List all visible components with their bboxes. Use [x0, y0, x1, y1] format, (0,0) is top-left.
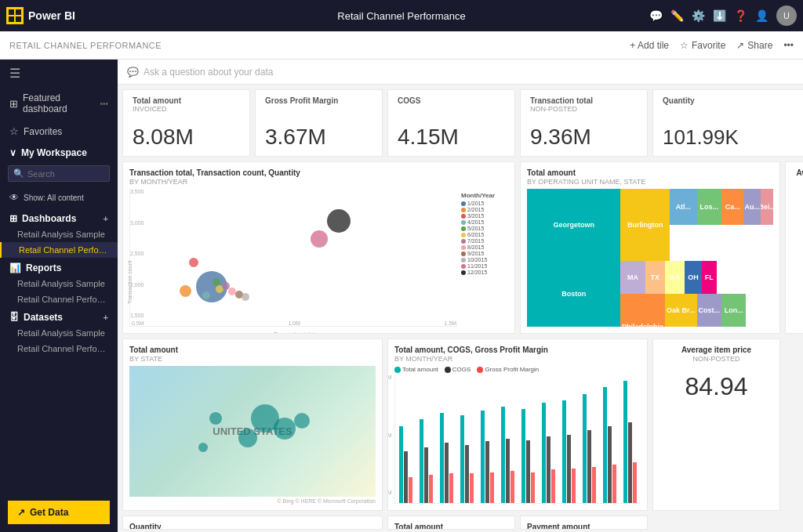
bubble-legend-item: 4/2015 [461, 219, 508, 225]
dashboard-grid: Total amount INVOICED 8.08M Gross Profit… [118, 85, 803, 532]
sidebar-reports-label[interactable]: 📊 Reports [0, 258, 118, 276]
treemap-card[interactable]: Total amount BY OPERATING UNIT NAME, STA… [520, 161, 780, 334]
sidebar-show-all[interactable]: 👁 Show: All content [0, 186, 118, 208]
category-donut-card[interactable]: Total amount BY CATEGORY LEVEL 1 Categor… [387, 516, 515, 530]
kpi-quantity[interactable]: Quantity 101.99K [652, 89, 803, 157]
help-icon[interactable]: ❓ [734, 9, 747, 22]
map-dot-3 [274, 418, 296, 440]
get-data-button[interactable]: ↗ Get Data [8, 501, 110, 524]
bar-segment [521, 409, 525, 503]
map-card[interactable]: Total amount BY STATE UNITED STATES © Bi… [122, 338, 383, 511]
map-dot-6 [198, 443, 208, 452]
sidebar-dashboards-label[interactable]: ⊞ Dashboards + [0, 208, 118, 226]
add-dataset-icon[interactable]: + [104, 313, 108, 322]
featured-more-icon[interactable]: ••• [100, 100, 108, 108]
sidebar-datasets-label[interactable]: 🗄 Datasets + [0, 307, 118, 325]
monthly-bar-card[interactable]: Total amount, COGS, Gross Profit Margin … [387, 338, 648, 511]
kpi-cogs[interactable]: COGS 4.15M [387, 89, 515, 157]
sidebar-item-retail-analysis[interactable]: Retail Analysis Sample [0, 226, 118, 242]
qa-placeholder[interactable]: Ask a question about your data [144, 67, 273, 78]
legend-dot [461, 208, 466, 212]
bar-segment [583, 394, 587, 503]
treemap-cell: Lon... [721, 294, 746, 327]
sidebar-dataset-retail-analysis[interactable]: Retail Analysis Sample [0, 325, 118, 341]
treemap-cell: GA [665, 261, 685, 294]
legend-dot [461, 258, 466, 262]
user-icon[interactable]: 👤 [755, 9, 768, 22]
x-axis-title: Transaction total [274, 331, 314, 334]
bar-segment [424, 447, 428, 503]
topbar: Power BI Retail Channel Performance 💬 ✏️… [0, 0, 803, 31]
treemap-cell: Au... [743, 189, 761, 225]
x-axis-labels: 0.5M 1.0M 1.5M [130, 320, 458, 326]
avg-transaction-card[interactable]: Average of Transaction total NON-POSTED … [785, 161, 803, 334]
kpi-gross-profit[interactable]: Gross Profit Margin 3.67M [255, 89, 383, 157]
bar-segment [420, 419, 423, 503]
bar-group [458, 375, 477, 503]
bubble-legend-item: 11/2015 [461, 263, 508, 269]
bubble-2 [180, 285, 191, 297]
search-input[interactable] [27, 169, 98, 179]
treemap-cell: Oak Br... [665, 294, 697, 327]
bar-segment [567, 435, 571, 503]
bar-group [417, 375, 436, 503]
treemap-cell: Boston [527, 261, 620, 327]
treemap-cell: OH [685, 261, 702, 294]
bar-segment [551, 469, 555, 503]
bar-segment [511, 471, 514, 503]
bar-segment [506, 439, 510, 503]
sidebar-workspace-label[interactable]: ∨ My Workspace [0, 143, 118, 161]
logo-area: Power BI [6, 7, 75, 24]
favorite-button[interactable]: ☆ Favorite [680, 40, 725, 51]
settings-icon[interactable]: ⚙️ [692, 9, 705, 22]
chat-icon[interactable]: 💬 [649, 9, 663, 22]
share-button[interactable]: ↗ Share [736, 40, 772, 51]
bubble-legend-item: 6/2015 [461, 232, 508, 237]
avatar[interactable]: U [776, 5, 797, 26]
bar-segment [592, 467, 596, 503]
bar-group [499, 375, 518, 503]
bubble-legend-item: 12/2015 [461, 270, 508, 275]
treemap-cell: Cost... [697, 294, 721, 327]
add-tile-button[interactable]: + Add tile [630, 40, 669, 51]
bubble-legend-item: 7/2015 [461, 238, 508, 244]
sidebar-item-retail-channel[interactable]: Retail Channel Perform... [0, 242, 118, 258]
sidebar-dataset-retail-channel[interactable]: Retail Channel Perform... [0, 341, 118, 356]
sidebar: ☰ ⊞ Featured dashboard ••• ☆ Favorites ∨… [0, 60, 118, 532]
share-icon: ↗ [736, 40, 744, 51]
sidebar-report-retail-channel[interactable]: Retail Channel Perform... [0, 291, 118, 307]
legend-cogs: COGS [445, 366, 471, 373]
secondbar: RETAIL CHANNEL PERFORMANCE + Add tile ☆ … [0, 31, 803, 60]
add-dashboard-icon[interactable]: + [104, 214, 108, 223]
secondbar-actions: + Add tile ☆ Favorite ↗ Share ••• [630, 40, 794, 51]
bar-segment [501, 407, 505, 503]
logo-grid-icon [6, 7, 24, 24]
dashboard-icon: ⊞ [9, 98, 18, 110]
bubble-legend-items: 1/20152/20153/20154/20155/20156/20157/20… [461, 201, 508, 276]
star-nav-icon: ☆ [9, 125, 19, 137]
sidebar-item-favorites[interactable]: ☆ Favorites [0, 120, 118, 143]
download-icon[interactable]: ⬇️ [713, 9, 726, 22]
map-area: UNITED STATES [129, 366, 376, 497]
kpi-transaction-total[interactable]: Transaction total NON-POSTED 9.36M [520, 89, 648, 157]
avg-item-price-card[interactable]: Average item price NON-POSTED 84.94 [652, 338, 780, 511]
content-area: 💬 Ask a question about your data Total a… [118, 60, 803, 532]
sidebar-item-featured[interactable]: ⊞ Featured dashboard ••• [0, 87, 118, 120]
legend-gpm: Gross Profit Margin [477, 366, 539, 373]
treemap-cell: Los... [697, 189, 721, 225]
bubble-legend: Month/Year 1/20152/20153/20154/20155/201… [461, 189, 508, 327]
edit-icon[interactable]: ✏️ [670, 9, 684, 22]
kpi-total-amount[interactable]: Total amount INVOICED 8.08M [122, 89, 250, 157]
bar-segment [628, 422, 632, 503]
payment-donut-card[interactable]: Payment amount BY PAYMENT METHOD Payment… [520, 516, 648, 530]
bubble-legend-item: 1/2015 [461, 201, 508, 206]
hamburger-icon[interactable]: ☰ [0, 60, 118, 87]
bubble-chart-card[interactable]: Transaction total, Transaction count, Qu… [122, 161, 515, 334]
legend-dot-gpm [477, 367, 483, 373]
more-actions-button[interactable]: ••• [783, 40, 794, 51]
map-dot-5 [238, 429, 257, 447]
legend-dot [461, 226, 466, 231]
quantity-line-card[interactable]: Quantity BY EMPLOYEE NAME 10K 5K 0K [122, 516, 383, 530]
sidebar-report-retail-analysis[interactable]: Retail Analysis Sample [0, 276, 118, 291]
bar-segment [608, 426, 612, 503]
